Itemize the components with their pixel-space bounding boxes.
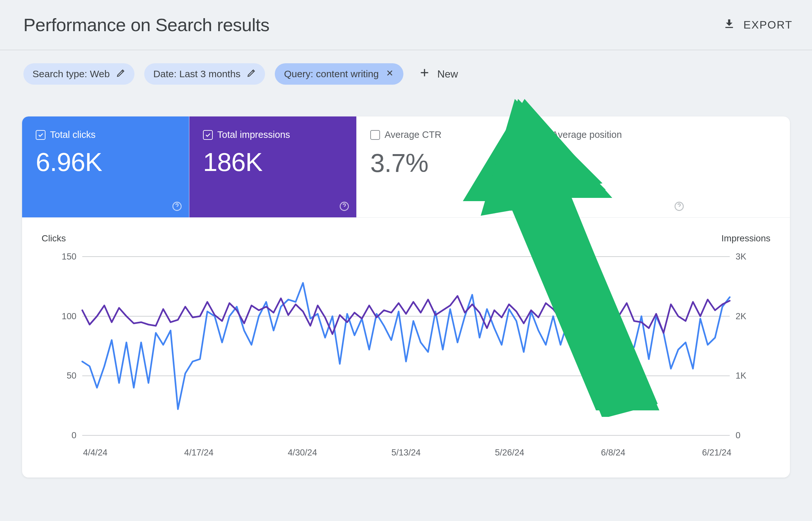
export-label: EXPORT <box>744 19 792 31</box>
right-axis-title: Impressions <box>721 233 770 244</box>
svg-text:3K: 3K <box>736 252 746 262</box>
metric-value: 7.6 <box>537 148 679 178</box>
filter-chip-search-type[interactable]: Search type: Web <box>23 63 134 85</box>
metric-value: 6.96K <box>36 147 177 177</box>
help-icon[interactable] <box>674 201 685 212</box>
svg-text:2K: 2K <box>736 312 746 321</box>
svg-text:150: 150 <box>62 252 76 262</box>
help-icon[interactable] <box>506 201 517 212</box>
svg-text:4/4/24: 4/4/24 <box>83 448 107 457</box>
metric-tile-clicks[interactable]: Total clicks 6.96K <box>22 116 189 218</box>
metric-label: Average position <box>552 130 622 140</box>
close-icon[interactable] <box>385 68 394 80</box>
checkbox-unchecked-icon <box>370 130 380 140</box>
export-button[interactable]: EXPORT <box>723 17 792 33</box>
help-icon[interactable] <box>171 201 183 212</box>
filter-chip-query[interactable]: Query: content writing <box>275 63 403 85</box>
metric-tiles: Total clicks 6.96K Total impressions 186… <box>22 116 790 218</box>
help-icon[interactable] <box>339 201 350 212</box>
metric-tile-impressions[interactable]: Total impressions 186K <box>189 116 357 218</box>
pencil-icon <box>116 68 125 80</box>
plus-icon <box>419 67 430 81</box>
svg-text:4/30/24: 4/30/24 <box>288 448 317 457</box>
svg-text:5/26/24: 5/26/24 <box>495 448 524 457</box>
svg-text:100: 100 <box>62 312 76 321</box>
performance-chart[interactable]: 00501K1002K1503K4/4/244/17/244/30/245/13… <box>40 234 772 461</box>
checkbox-checked-icon <box>36 130 45 140</box>
svg-text:1K: 1K <box>736 371 746 381</box>
pencil-icon <box>247 68 256 80</box>
svg-text:50: 50 <box>67 371 76 381</box>
metric-value: 186K <box>203 147 344 177</box>
filter-chip-label: Date: Last 3 months <box>153 68 240 80</box>
svg-text:6/8/24: 6/8/24 <box>601 448 625 457</box>
add-filter-button[interactable]: New <box>419 67 458 81</box>
download-icon <box>723 17 736 33</box>
filter-chip-date[interactable]: Date: Last 3 months <box>144 63 265 85</box>
left-axis-title: Clicks <box>42 233 66 244</box>
svg-text:0: 0 <box>71 430 76 440</box>
svg-text:5/13/24: 5/13/24 <box>391 448 421 457</box>
metric-tile-position[interactable]: Average position 7.6 <box>524 116 691 218</box>
metric-value: 3.7% <box>370 148 511 178</box>
checkbox-checked-icon <box>203 130 213 140</box>
svg-text:0: 0 <box>736 430 741 440</box>
performance-card: Total clicks 6.96K Total impressions 186… <box>22 116 790 478</box>
metric-label: Total impressions <box>217 130 290 140</box>
filter-chip-label: Query: content writing <box>284 68 379 80</box>
svg-text:6/21/24: 6/21/24 <box>702 448 731 457</box>
svg-text:4/17/24: 4/17/24 <box>184 448 213 457</box>
checkbox-unchecked-icon <box>537 130 547 140</box>
metric-tile-ctr[interactable]: Average CTR 3.7% <box>357 116 524 218</box>
page-title: Performance on Search results <box>23 14 269 36</box>
header: Performance on Search results EXPORT <box>0 0 812 50</box>
metric-label: Total clicks <box>50 130 95 140</box>
chart-area: Clicks Impressions 00501K1002K1503K4/4/2… <box>22 218 790 478</box>
filter-bar: Search type: Web Date: Last 3 months Que… <box>0 50 812 98</box>
metric-label: Average CTR <box>385 130 442 140</box>
filter-chip-label: Search type: Web <box>33 68 110 80</box>
add-filter-label: New <box>437 68 458 80</box>
